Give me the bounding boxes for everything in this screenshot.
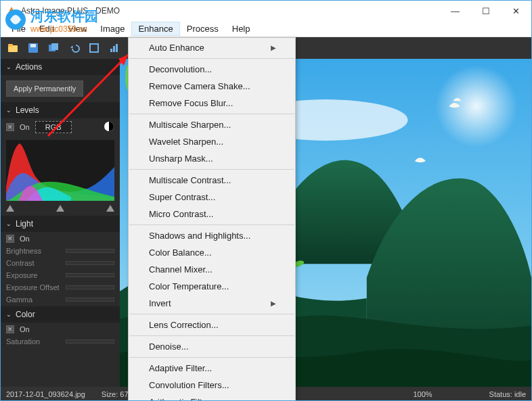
svg-point-18 <box>435 65 518 147</box>
menu-auto-enhance[interactable]: Auto Enhance▶ <box>129 39 295 56</box>
menu-invert[interactable]: Invert▶ <box>129 295 295 312</box>
gamma-label: Gamma <box>6 296 66 304</box>
menu-super-contrast[interactable]: Super Contrast... <box>129 189 295 206</box>
menu-convolution-filters[interactable]: Convolution Filters... <box>129 377 295 394</box>
menu-separator <box>129 335 294 336</box>
contrast-label: Contrast <box>6 259 66 267</box>
toolbar-open-icon[interactable] <box>5 40 21 56</box>
menu-channel-mixer[interactable]: Channel Mixer... <box>129 261 295 278</box>
svg-marker-12 <box>6 205 14 212</box>
maximize-button[interactable]: ☐ <box>470 1 501 21</box>
panel-levels-header[interactable]: ⌄ Levels <box>1 102 120 118</box>
levels-toggle-checkbox[interactable]: ✕ <box>6 123 14 131</box>
menu-unsharp-mask[interactable]: Unsharp Mask... <box>129 150 295 167</box>
color-on-label: On <box>20 325 30 333</box>
levels-on-label: On <box>20 123 30 131</box>
menu-multiscale-contrast[interactable]: Multiscale Contrast... <box>129 172 295 189</box>
menu-micro-contrast[interactable]: Micro Contrast... <box>129 206 295 222</box>
panel-color-header[interactable]: ⌄ Color <box>1 306 120 323</box>
status-filename: 2017-12-01_093624.jpg <box>6 390 85 398</box>
svg-rect-10 <box>116 44 118 52</box>
menu-remove-camera-shake[interactable]: Remove Camera Shake... <box>129 78 295 95</box>
menu-edit[interactable]: Edit <box>32 22 61 36</box>
svg-rect-4 <box>30 44 36 47</box>
menu-enhance[interactable]: Enhance <box>131 22 179 36</box>
panel-levels-title: Levels <box>16 105 39 115</box>
menu-separator <box>129 225 294 225</box>
menu-separator <box>129 169 294 170</box>
chevron-down-icon: ⌄ <box>6 311 12 318</box>
panel-actions-header[interactable]: ⌄ Actions <box>1 59 120 75</box>
panel-light-header[interactable]: ⌄ Light <box>1 216 120 232</box>
chevron-down-icon: ⌄ <box>6 107 12 114</box>
svg-rect-8 <box>110 49 112 52</box>
exposure-offset-slider[interactable] <box>66 285 114 289</box>
enhance-dropdown: Auto Enhance▶ Deconvolution... Remove Ca… <box>128 37 296 401</box>
submenu-arrow-icon: ▶ <box>271 300 276 307</box>
color-toggle-checkbox[interactable]: ✕ <box>6 325 14 333</box>
gamma-slider[interactable] <box>66 298 114 302</box>
submenu-arrow-icon: ▶ <box>271 44 276 51</box>
menu-help[interactable]: Help <box>225 22 257 36</box>
panel-light-title: Light <box>16 219 33 229</box>
menu-arithmetic-filters[interactable]: Arithmetic Filters... <box>129 394 295 401</box>
histogram-display <box>6 140 114 201</box>
menu-wavelet-sharpen[interactable]: Wavelet Sharpen... <box>129 133 295 150</box>
chevron-down-icon: ⌄ <box>6 64 12 70</box>
saturation-slider[interactable] <box>66 339 114 344</box>
menu-file[interactable]: File <box>5 22 32 36</box>
panel-actions-title: Actions <box>16 62 42 72</box>
toolbar-batch-icon[interactable] <box>45 40 62 56</box>
exposure-offset-label: Exposure Offset <box>6 283 66 291</box>
exposure-label: Exposure <box>6 271 66 279</box>
toolbar-levels-icon[interactable] <box>106 40 123 56</box>
svg-marker-14 <box>106 205 114 212</box>
minimize-button[interactable]: — <box>440 1 470 21</box>
close-button[interactable]: ✕ <box>501 1 531 21</box>
menu-color-temperature[interactable]: Color Temperature... <box>129 278 295 295</box>
menu-separator <box>129 314 294 314</box>
toolbar-undo-icon[interactable] <box>66 40 82 56</box>
menu-image[interactable]: Image <box>93 22 131 36</box>
menu-color-balance[interactable]: Color Balance... <box>129 244 295 261</box>
menu-multiscale-sharpen[interactable]: Multiscale Sharpen... <box>129 116 295 133</box>
exposure-slider[interactable] <box>66 273 114 277</box>
svg-rect-2 <box>8 44 13 47</box>
menubar: File Edit View Image Enhance Process Hel… <box>1 21 531 37</box>
menu-shadows-highlights[interactable]: Shadows and Highlights... <box>129 227 295 244</box>
menu-separator <box>129 58 294 59</box>
toolbar-crop-icon[interactable] <box>86 40 102 56</box>
light-on-label: On <box>20 235 30 243</box>
levels-channel-select[interactable]: RGB <box>35 121 72 133</box>
svg-rect-7 <box>90 44 98 52</box>
status-state: Status: idle <box>489 390 526 398</box>
menu-process[interactable]: Process <box>180 22 225 36</box>
light-toggle-checkbox[interactable]: ✕ <box>6 235 14 243</box>
menu-adaptive-filter[interactable]: Adaptive Filter... <box>129 360 295 377</box>
apply-permanently-button[interactable]: Apply Permanently <box>6 80 83 97</box>
menu-separator <box>129 114 294 114</box>
menu-denoise[interactable]: Denoise... <box>129 338 295 355</box>
menu-remove-focus-blur[interactable]: Remove Focus Blur... <box>129 95 295 112</box>
window-title: Astra Image PLUS - DEMO <box>21 6 440 16</box>
menu-view[interactable]: View <box>61 22 93 36</box>
svg-rect-9 <box>113 46 115 52</box>
brightness-label: Brightness <box>6 247 66 255</box>
saturation-label: Saturation <box>6 337 66 346</box>
toolbar-save-icon[interactable] <box>25 40 41 56</box>
status-zoom: 100% <box>413 390 432 398</box>
svg-marker-13 <box>56 205 64 212</box>
chevron-down-icon: ⌄ <box>6 220 12 227</box>
menu-separator <box>129 357 294 358</box>
titlebar: Astra Image PLUS - DEMO — ☐ ✕ <box>1 1 531 21</box>
contrast-icon[interactable] <box>104 121 114 133</box>
brightness-slider[interactable] <box>66 249 114 253</box>
panel-color-title: Color <box>16 310 35 319</box>
menu-deconvolution[interactable]: Deconvolution... <box>129 61 295 78</box>
app-icon <box>6 5 17 16</box>
svg-rect-6 <box>51 43 58 50</box>
contrast-slider[interactable] <box>66 261 114 265</box>
menu-lens-correction[interactable]: Lens Correction... <box>129 316 295 333</box>
sidebar: ⌄ Actions Apply Permanently ⌄ Levels ✕ O… <box>1 59 120 387</box>
